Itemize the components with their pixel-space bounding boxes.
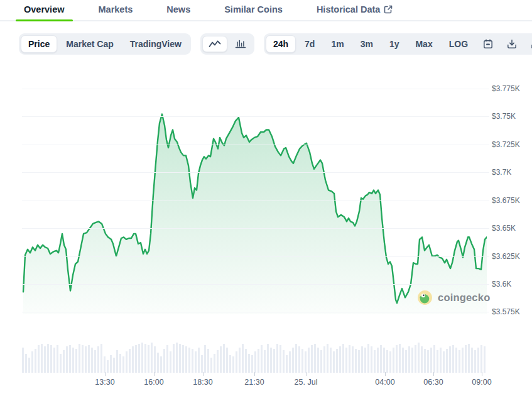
volume-bar <box>129 349 131 373</box>
tab-similar-coins[interactable]: Similar Coins <box>216 0 291 20</box>
range-button-1y[interactable]: 1y <box>382 35 407 53</box>
y-axis-label: $3.725K <box>492 140 531 150</box>
volume-bar <box>116 350 118 373</box>
volume-bar <box>44 346 46 373</box>
y-axis-label: $3.625K <box>492 251 531 261</box>
volume-bar <box>465 345 467 373</box>
volume-bar <box>352 346 354 373</box>
x-axis-tick <box>105 372 106 376</box>
tool-button-expand-icon[interactable] <box>524 35 532 53</box>
tool-button-download-icon[interactable] <box>501 35 523 53</box>
volume-bar <box>386 350 388 373</box>
volume-bar <box>176 343 178 373</box>
volume-bar <box>204 345 206 373</box>
volume-bar <box>289 351 291 373</box>
range-button-log[interactable]: LOG <box>442 35 475 53</box>
volume-bar <box>286 355 288 373</box>
volume-bar <box>389 351 391 373</box>
volume-bar <box>345 348 347 373</box>
volume-bar <box>201 355 203 373</box>
volume-bar <box>94 350 96 373</box>
volume-bar <box>323 346 325 373</box>
volume-bar <box>195 351 197 373</box>
volume-bar <box>433 345 435 373</box>
volume-bar <box>38 345 40 373</box>
volume-bar <box>163 349 165 373</box>
volume-bar <box>214 354 215 373</box>
volume-bar <box>88 345 90 373</box>
tab-historical-data[interactable]: Historical Data <box>308 0 401 20</box>
volume-bar <box>430 348 432 373</box>
volume-bar <box>371 346 372 373</box>
calendar-icon <box>483 39 493 49</box>
range-button-1m[interactable]: 1m <box>323 35 351 53</box>
volume-bar <box>107 360 109 373</box>
volume-bar <box>173 344 175 373</box>
metric-button-tradingview[interactable]: TradingView <box>122 35 189 53</box>
range-button-3m[interactable]: 3m <box>353 35 381 53</box>
y-axis-label: $3.6K <box>492 279 531 289</box>
tab-label: News <box>166 4 190 14</box>
volume-bar <box>342 344 344 373</box>
volume-bar <box>452 345 454 373</box>
volume-bar <box>210 358 212 373</box>
volume-bar <box>427 350 429 373</box>
tab-news[interactable]: News <box>158 0 198 20</box>
chart-type-toggle-group <box>200 33 254 55</box>
volume-bar <box>377 348 379 373</box>
gridline <box>22 256 489 257</box>
volume-bar <box>336 349 338 373</box>
volume-bar <box>66 346 68 373</box>
y-axis-label: $3.75K <box>492 111 531 121</box>
volume-bar <box>135 345 137 373</box>
volume-bar <box>69 345 71 373</box>
volume-bar <box>280 345 281 373</box>
volume-bar <box>301 349 303 373</box>
volume-bar <box>79 344 80 373</box>
volume-bar <box>53 348 55 373</box>
x-axis-tick <box>385 372 386 376</box>
volume-bar <box>251 355 253 373</box>
x-axis-tick <box>254 372 255 376</box>
volume-bar <box>276 344 278 373</box>
volume-bar <box>474 350 476 373</box>
x-axis-label: 06:30 <box>415 378 452 387</box>
chart-type-button-line-chart-icon[interactable] <box>202 36 227 52</box>
volume-bar <box>273 349 275 373</box>
tab-markets[interactable]: Markets <box>90 0 141 20</box>
time-range-group: 24h7d1m3m1yMaxLOG <box>264 33 532 55</box>
volume-bar <box>361 346 363 373</box>
volume-bar <box>220 346 222 373</box>
range-button-24h[interactable]: 24h <box>266 35 296 53</box>
volume-bar <box>50 345 52 373</box>
metric-button-price[interactable]: Price <box>21 35 57 53</box>
volume-bar <box>308 348 310 373</box>
gridline <box>22 172 489 173</box>
range-button-max[interactable]: Max <box>408 35 440 53</box>
chart-type-button-bar-chart-icon[interactable] <box>229 36 252 52</box>
volume-bars[interactable] <box>22 343 487 373</box>
gridline <box>22 116 489 117</box>
volume-bar <box>449 346 451 373</box>
x-axis-tick <box>482 372 482 376</box>
volume-bar <box>484 346 486 373</box>
volume-bar <box>298 346 300 373</box>
volume-bar <box>122 356 124 373</box>
volume-bar <box>217 350 219 373</box>
tool-button-calendar-icon[interactable] <box>477 35 499 53</box>
metric-button-market-cap[interactable]: Market Cap <box>58 35 121 53</box>
y-axis-label: $3.7K <box>492 167 531 177</box>
volume-bar <box>437 350 438 373</box>
gridline <box>22 89 489 89</box>
x-axis-label: 21:30 <box>236 378 273 387</box>
volume-bar <box>477 348 479 373</box>
volume-bar <box>311 345 313 373</box>
volume-bar <box>82 345 84 373</box>
tab-overview[interactable]: Overview <box>16 0 73 20</box>
volume-bar <box>399 344 401 373</box>
range-button-7d[interactable]: 7d <box>297 35 322 53</box>
volume-bar <box>179 344 181 373</box>
section-tab-bar: OverviewMarketsNewsSimilar CoinsHistoric… <box>0 0 532 21</box>
tab-label: Similar Coins <box>224 4 283 14</box>
volume-bar <box>31 351 33 373</box>
